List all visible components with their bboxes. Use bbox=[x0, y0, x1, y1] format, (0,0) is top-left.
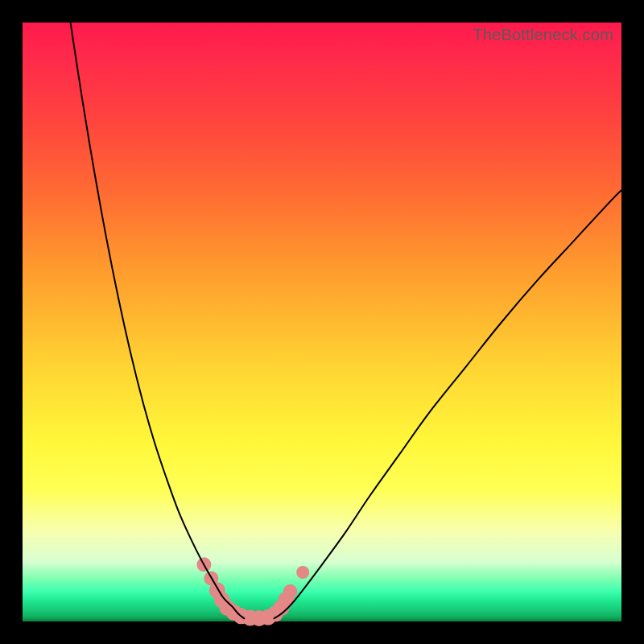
series-left-curve bbox=[71, 23, 245, 618]
marker-layer bbox=[196, 557, 309, 626]
plot-area: TheBottleneck.com bbox=[23, 23, 621, 621]
outer-frame: TheBottleneck.com bbox=[0, 0, 644, 644]
series-right-curve bbox=[274, 190, 621, 618]
curve-layer bbox=[71, 23, 621, 618]
data-marker bbox=[296, 566, 309, 579]
chart-svg bbox=[23, 23, 621, 621]
data-marker bbox=[283, 584, 298, 599]
